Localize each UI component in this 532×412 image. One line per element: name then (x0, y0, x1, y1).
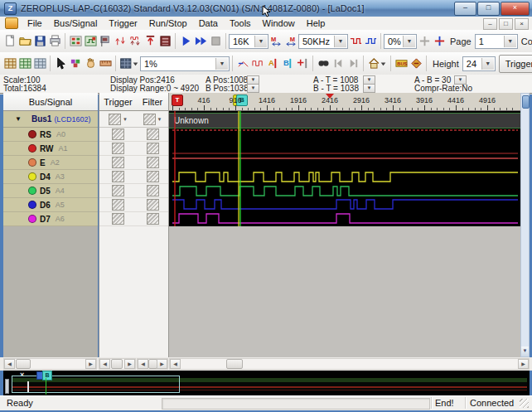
filter-cell[interactable] (137, 170, 168, 184)
rising-edge-icon[interactable] (363, 33, 378, 49)
save-file-icon[interactable] (32, 33, 47, 49)
filter-hatch-box[interactable] (147, 128, 159, 140)
b-bar-icon[interactable]: B (280, 56, 295, 71)
mdi-minimize-button[interactable]: – (483, 18, 497, 30)
maximize-button[interactable]: □ (477, 2, 500, 16)
chevron-down-icon[interactable]: ▼ (403, 36, 415, 47)
bus-signal-setup-icon[interactable] (68, 33, 83, 49)
menu-help[interactable]: Help (301, 17, 331, 29)
noise-filter-icon[interactable] (409, 56, 423, 71)
sampling-setup-icon[interactable] (83, 33, 98, 49)
filter-cell[interactable] (137, 156, 168, 170)
bus-row[interactable]: ▼ Bus1 (LCD1602) (3, 111, 98, 128)
home-dropdown[interactable] (366, 56, 388, 71)
trigger-hatch-box[interactable] (112, 199, 124, 211)
filter-cell[interactable] (137, 184, 168, 198)
filter-cell[interactable] (137, 198, 168, 212)
filter-hatch-box[interactable] (143, 114, 156, 125)
trigger-hatch-box[interactable] (112, 185, 124, 196)
filter-hatch-box[interactable] (147, 199, 159, 211)
trigger-cell[interactable] (99, 156, 137, 170)
chevron-down-icon[interactable]: ▼ (504, 36, 516, 47)
memory-page-prev-icon[interactable]: M (268, 33, 283, 49)
next-transition-icon[interactable] (346, 56, 360, 71)
menu-window[interactable]: Window (257, 17, 301, 29)
waveform-pane[interactable]: T B 416916141619162416291634163916441649… (169, 93, 520, 357)
trigger-edge-icon[interactable] (113, 33, 128, 49)
chevron-down-icon[interactable]: ▼ (157, 117, 162, 122)
menu-file[interactable]: File (22, 17, 48, 29)
scroll-left-icon[interactable]: ◀ (99, 359, 110, 369)
trigger-cell[interactable] (99, 170, 137, 184)
run-button[interactable] (178, 33, 193, 49)
trigger-flag-icon[interactable] (98, 33, 113, 49)
signal-row[interactable]: EA2 (3, 156, 98, 170)
resize-grip[interactable] (520, 399, 529, 408)
sample-depth-select[interactable]: 16K▼ (229, 34, 268, 49)
trigger-page-icon[interactable] (157, 33, 172, 49)
chevron-down-icon[interactable]: ▼ (334, 36, 346, 47)
t-marker-tag[interactable]: T (172, 95, 183, 106)
filter-hatch-box[interactable] (147, 171, 159, 182)
scroll-right-icon[interactable]: ▶ (518, 359, 529, 369)
signal-row[interactable]: D5A4 (3, 184, 98, 198)
color-tool-icon[interactable] (68, 56, 83, 71)
menu-run-stop[interactable]: Run/Stop (143, 17, 193, 29)
trigger-jump-icon[interactable] (143, 33, 157, 49)
scroll-right-icon[interactable]: ▶ (124, 359, 135, 369)
scrollbar-thumb[interactable] (111, 359, 123, 369)
b-minus-t-dropdown[interactable]: ▼ (363, 84, 375, 93)
height-select[interactable]: 24▼ (462, 56, 496, 71)
filter-hatch-box[interactable] (147, 157, 159, 168)
menu-bus-signal[interactable]: Bus/Signal (48, 17, 104, 29)
trigger-hatch-box[interactable] (112, 157, 124, 168)
trigger-cell[interactable] (99, 212, 137, 226)
trigger-hatch-box[interactable] (112, 213, 124, 225)
filter-cell-bus[interactable]: ▼ (137, 111, 168, 128)
scroll-right-icon[interactable]: ▶ (157, 359, 167, 369)
packet-view-icon[interactable] (32, 56, 47, 71)
repeat-run-button[interactable] (193, 33, 208, 49)
trigger-hatch-box[interactable] (112, 171, 124, 182)
chevron-down-icon[interactable]: ▼ (254, 36, 267, 47)
select-tool-icon[interactable] (53, 56, 68, 71)
new-file-icon[interactable] (2, 33, 17, 49)
vertical-scrollbar-thumb[interactable] (522, 95, 530, 109)
trigger-cell[interactable] (99, 184, 137, 198)
trigger-hatch-box[interactable] (112, 128, 124, 140)
filter-hatch-box[interactable] (147, 143, 159, 154)
zoom-edge-icon[interactable] (235, 56, 250, 71)
sample-frequency-select[interactable]: 50KHz▼ (298, 34, 348, 49)
signal-waveforms[interactable] (169, 111, 520, 226)
scroll-left-icon[interactable]: ◀ (138, 359, 148, 369)
waveform-view-icon[interactable] (2, 56, 17, 71)
bus-column-scrollbar[interactable]: ◀ ▶ (3, 358, 97, 370)
trigger-cell[interactable] (99, 128, 137, 142)
filter-hatch-box[interactable] (147, 185, 159, 196)
scroll-left-icon[interactable]: ◀ (4, 359, 15, 369)
memory-page-next-icon[interactable]: M (283, 33, 298, 49)
signal-row[interactable]: D7A6 (3, 212, 98, 226)
print-icon[interactable] (47, 33, 62, 49)
pulse-width-icon[interactable] (250, 56, 265, 71)
trigger-delay-button[interactable]: Trigger Delay (499, 55, 532, 73)
find-icon[interactable] (316, 56, 331, 71)
chevron-down-icon[interactable]: ▼ (215, 58, 228, 70)
vertical-scrollbar[interactable]: ▼ (520, 93, 530, 357)
minimize-button[interactable]: – (454, 2, 476, 16)
trigger-cell[interactable] (99, 142, 137, 156)
a-bar-icon[interactable]: A (265, 56, 280, 71)
scroll-left-icon[interactable]: ◀ (170, 359, 181, 369)
open-file-icon[interactable] (17, 33, 32, 49)
bus-expander-icon[interactable]: ▼ (15, 115, 22, 123)
falling-edge-icon[interactable] (348, 33, 363, 49)
trigger-pattern-icon[interactable] (128, 33, 143, 49)
trigger-cell-bus[interactable]: ▼ (99, 111, 137, 128)
filter-column-scrollbar[interactable]: ◀ ▶ (137, 358, 168, 370)
list-view-icon[interactable] (17, 56, 32, 71)
scrollbar-thumb[interactable] (226, 359, 243, 369)
navigator-bar[interactable]: × B (3, 371, 530, 395)
hand-tool-icon[interactable] (83, 56, 98, 71)
trigger-cell[interactable] (99, 198, 137, 212)
zoom-select[interactable]: 1%▼ (140, 56, 230, 71)
